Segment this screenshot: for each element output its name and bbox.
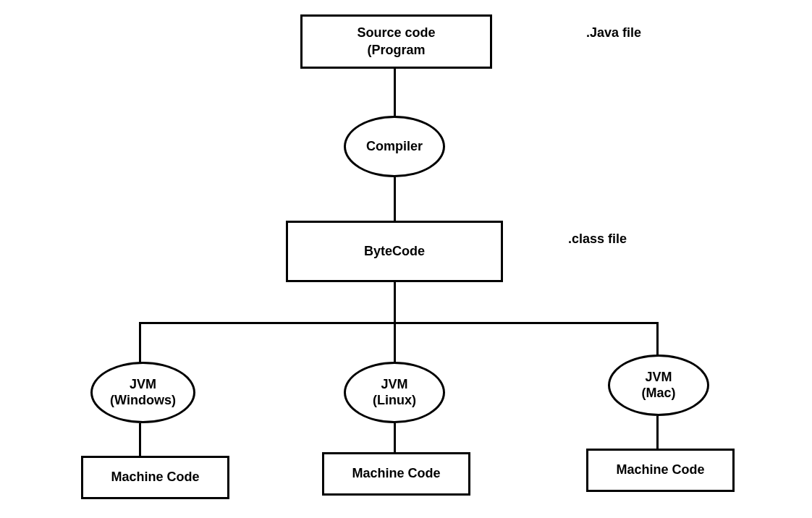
- jvm-mac-label-2: (Mac): [641, 386, 675, 402]
- connector-source-compiler: [394, 69, 396, 116]
- connector-jvm-linux-mc: [394, 423, 396, 456]
- bytecode-label: ByteCode: [364, 243, 425, 260]
- compiler-ellipse: Compiler: [344, 116, 445, 177]
- source-code-label-2: (Program: [367, 42, 425, 59]
- java-compilation-diagram: Source code (Program .Java file Compiler…: [0, 0, 812, 518]
- jvm-linux-ellipse: JVM (Linux): [344, 362, 445, 423]
- connector-bytecode-down: [394, 282, 396, 322]
- jvm-linux-label-2: (Linux): [373, 393, 416, 409]
- class-file-annotation: .class file: [568, 232, 627, 247]
- source-code-label-1: Source code: [357, 25, 435, 41]
- source-code-box: Source code (Program: [300, 14, 492, 69]
- connector-to-jvm-windows: [139, 322, 141, 365]
- jvm-windows-label-2: (Windows): [110, 393, 176, 409]
- connector-compiler-bytecode: [394, 177, 396, 221]
- machine-code-mac-label: Machine Code: [616, 462, 704, 478]
- connector-to-jvm-linux: [394, 322, 396, 365]
- machine-code-windows-box: Machine Code: [81, 456, 229, 499]
- jvm-mac-ellipse: JVM (Mac): [608, 354, 709, 416]
- java-file-annotation: .Java file: [586, 25, 641, 41]
- bytecode-box: ByteCode: [286, 221, 503, 282]
- connector-jvm-mac-mc: [656, 416, 659, 449]
- jvm-windows-ellipse: JVM (Windows): [90, 362, 195, 423]
- machine-code-linux-label: Machine Code: [352, 465, 440, 482]
- connector-horizontal: [139, 322, 659, 324]
- jvm-windows-label-1: JVM: [130, 377, 156, 393]
- machine-code-linux-box: Machine Code: [322, 452, 470, 496]
- connector-jvm-windows-mc: [139, 423, 141, 456]
- machine-code-windows-label: Machine Code: [111, 469, 199, 485]
- machine-code-mac-box: Machine Code: [586, 449, 735, 492]
- jvm-mac-label-1: JVM: [645, 370, 672, 386]
- jvm-linux-label-1: JVM: [381, 377, 407, 393]
- compiler-label: Compiler: [366, 139, 423, 155]
